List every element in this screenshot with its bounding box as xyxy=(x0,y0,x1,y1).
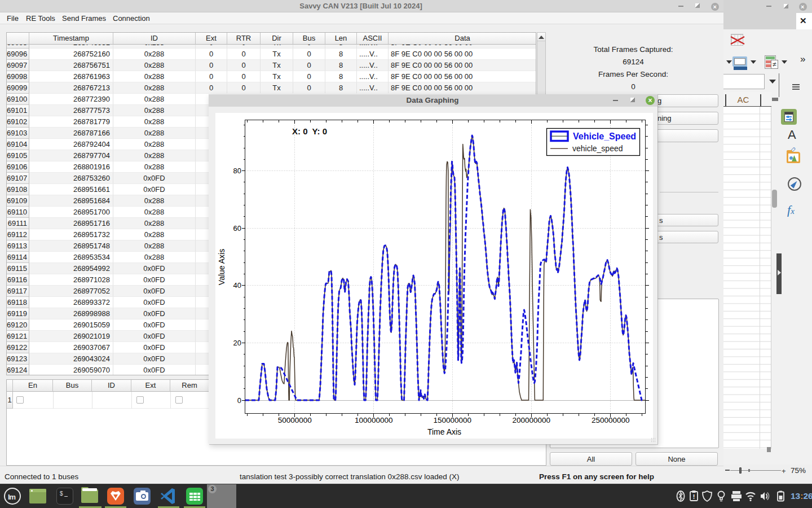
svg-text:X: 0 Y: 0: X: 0 Y: 0 xyxy=(292,126,327,136)
svg-text:!: ! xyxy=(693,493,695,500)
svg-text:250000000: 250000000 xyxy=(592,416,630,424)
svg-text:0: 0 xyxy=(237,396,241,405)
svg-text:Value Axis: Value Axis xyxy=(217,249,226,285)
svg-text:40: 40 xyxy=(233,281,241,290)
svg-text:vehicle_speed: vehicle_speed xyxy=(572,144,623,153)
svg-text:Time Axis: Time Axis xyxy=(427,427,461,436)
svg-text:150000000: 150000000 xyxy=(433,416,471,424)
svg-text:Vehicle_Speed: Vehicle_Speed xyxy=(573,132,636,141)
svg-text:60: 60 xyxy=(233,224,241,233)
svg-text:100000000: 100000000 xyxy=(355,416,393,424)
svg-text:20: 20 xyxy=(233,339,241,347)
svg-text:200000000: 200000000 xyxy=(512,416,550,424)
svg-text:50000000: 50000000 xyxy=(278,416,312,424)
svg-text:80: 80 xyxy=(233,167,241,175)
